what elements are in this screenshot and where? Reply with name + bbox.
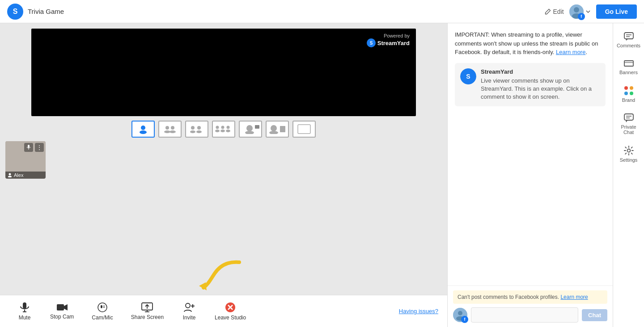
- layout-two-icon: [163, 124, 177, 134]
- edit-button[interactable]: Edit: [545, 8, 564, 15]
- comments-bottom: Can't post comments to Facebook profiles…: [448, 285, 613, 327]
- icon-bar-comments[interactable]: Comments: [613, 28, 644, 53]
- svg-point-26: [271, 125, 277, 131]
- participant-more-btn[interactable]: ⋮: [35, 143, 44, 152]
- streamyard-icon: S: [367, 38, 376, 47]
- svg-point-12: [169, 130, 176, 133]
- icon-bar-banners[interactable]: Banners: [613, 54, 644, 80]
- svg-point-27: [269, 131, 278, 134]
- layout-single[interactable]: [131, 121, 155, 138]
- chat-avatar-fb-badge: f: [461, 316, 468, 323]
- having-issues-link[interactable]: Having issues?: [399, 308, 438, 314]
- layout-two[interactable]: [158, 121, 182, 138]
- chat-avatar: f: [453, 308, 467, 322]
- comment-body: StreamYard Live viewer comments show up …: [481, 68, 600, 101]
- svg-point-15: [197, 126, 201, 130]
- participants-area: ⋮ Alex: [0, 138, 447, 182]
- svg-rect-28: [280, 126, 285, 132]
- layout-two-variant-icon: [188, 124, 205, 134]
- header-actions: Edit f Go Live: [545, 4, 637, 19]
- profile-dropdown[interactable]: f: [569, 4, 591, 19]
- svg-point-57: [458, 311, 462, 315]
- brand-icon: [624, 86, 634, 96]
- facebook-badge: f: [578, 13, 585, 20]
- svg-point-67: [630, 92, 633, 95]
- participant-mic-btn[interactable]: [24, 143, 33, 152]
- svg-point-23: [246, 125, 253, 131]
- edit-icon: [545, 8, 551, 15]
- participant-card[interactable]: ⋮ Alex: [5, 141, 46, 179]
- mute-icon: [20, 302, 30, 313]
- arrow-area: [0, 182, 447, 295]
- app-logo: S: [7, 4, 23, 20]
- mic-icon: [26, 145, 31, 150]
- arrow-annotation: [197, 256, 250, 291]
- layout-three-icon: [214, 124, 233, 134]
- layout-three[interactable]: [212, 121, 235, 138]
- important-notice: IMPORTANT: When streaming to a profile, …: [455, 30, 606, 57]
- svg-point-33: [8, 176, 12, 178]
- go-live-button[interactable]: Go Live: [596, 4, 637, 19]
- svg-rect-38: [57, 304, 64, 310]
- main-content: Powered by S StreamYard: [0, 23, 644, 327]
- comment-item[interactable]: S StreamYard Live viewer comments show u…: [455, 63, 606, 107]
- svg-text:S: S: [466, 73, 470, 80]
- svg-marker-39: [64, 304, 68, 310]
- bottom-toolbar: Mute Stop Cam: [0, 295, 447, 327]
- svg-rect-41: [101, 305, 102, 308]
- leave-studio-button[interactable]: Leave Studio: [207, 299, 254, 323]
- share-screen-button[interactable]: Share Screen: [123, 300, 172, 323]
- video-stage: Powered by S StreamYard: [31, 29, 416, 116]
- svg-point-32: [9, 173, 11, 176]
- layout-selector: [131, 121, 316, 138]
- invite-icon: [183, 302, 195, 313]
- svg-rect-35: [23, 302, 26, 309]
- layout-side-large[interactable]: [266, 121, 289, 138]
- layout-two-variant[interactable]: [185, 121, 208, 138]
- svg-point-66: [624, 92, 628, 95]
- comment-avatar: S: [460, 68, 476, 84]
- svg-point-22: [226, 130, 230, 132]
- chat-input[interactable]: [471, 307, 578, 323]
- learn-more-link[interactable]: Learn more: [556, 49, 585, 55]
- video-container: Powered by S StreamYard: [0, 23, 447, 138]
- svg-point-16: [196, 130, 202, 133]
- svg-point-3: [574, 7, 579, 13]
- powered-by: Powered by S StreamYard: [367, 33, 410, 47]
- icon-bar-brand[interactable]: Brand: [613, 81, 644, 107]
- svg-point-65: [630, 86, 633, 90]
- svg-point-64: [624, 86, 628, 90]
- svg-point-18: [215, 130, 220, 132]
- layout-blank[interactable]: [292, 121, 316, 138]
- private-chat-icon: [624, 113, 634, 122]
- banners-icon: [624, 59, 634, 68]
- cant-post-learn-more-link[interactable]: Learn more: [560, 294, 588, 300]
- layout-pip[interactable]: [239, 121, 262, 138]
- header: S Trivia Game Edit f Go Live: [0, 0, 644, 23]
- svg-point-24: [245, 131, 254, 134]
- settings-icon: [624, 146, 634, 155]
- svg-point-11: [171, 126, 174, 130]
- mute-button[interactable]: Mute: [9, 299, 40, 323]
- svg-point-48: [186, 303, 190, 308]
- invite-button[interactable]: Invite: [174, 299, 205, 323]
- layout-single-icon: [136, 124, 150, 134]
- svg-text:S: S: [13, 8, 18, 15]
- chevron-down-icon: [585, 9, 591, 14]
- icon-bar-settings[interactable]: Settings: [613, 141, 644, 167]
- svg-rect-29: [298, 125, 310, 134]
- layout-side-large-icon: [267, 124, 287, 134]
- center-area: Powered by S StreamYard: [0, 23, 447, 327]
- layout-blank-icon: [297, 124, 311, 134]
- svg-rect-30: [28, 145, 30, 148]
- svg-point-9: [165, 126, 169, 130]
- share-screen-icon: [141, 302, 153, 312]
- cam-mic-button[interactable]: Cam/Mic: [84, 299, 121, 323]
- icon-bar-private-chat[interactable]: Private Chat: [613, 109, 644, 139]
- stop-cam-button[interactable]: Stop Cam: [42, 300, 82, 323]
- svg-point-21: [227, 126, 230, 129]
- chat-send-button[interactable]: Chat: [582, 309, 607, 321]
- participant-controls: ⋮: [24, 143, 44, 152]
- page-title: Trivia Game: [28, 8, 545, 15]
- svg-point-10: [164, 130, 170, 133]
